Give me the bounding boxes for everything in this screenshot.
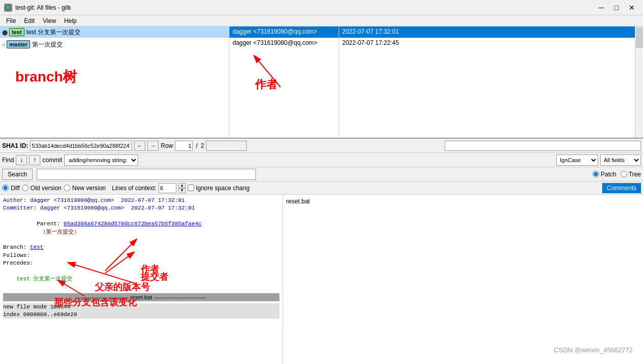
branch-tree-annotation: branch树 (15, 67, 77, 87)
branch-tag-master: master (7, 40, 30, 48)
commit-message-2: 第一次提交 (32, 40, 63, 49)
menu-bar: File Edit View Help (0, 15, 643, 27)
find-down-button[interactable]: ↓ (16, 155, 27, 165)
file-item-reset-bat[interactable]: reset.bat (286, 197, 640, 206)
allfields-select[interactable]: All fields Headline Comments Author (600, 154, 641, 166)
fubanhao-label: 父亲的版本号 (95, 281, 150, 293)
date-cell-1[interactable]: 2022-07-07 17:32:01 (339, 27, 635, 38)
commit-list-section: ⬤ test test 分支第一次提交 ○ master 第一次提交 branc… (0, 27, 643, 139)
menu-edit[interactable]: Edit (20, 16, 39, 25)
row-label: Row (161, 142, 173, 149)
date-column: 2022-07-07 17:32:01 2022-07-07 17:22:45 (339, 27, 635, 138)
find-label: Find (2, 157, 14, 164)
parent-label: （第一次提交） (37, 229, 80, 235)
parent-hash-link[interactable]: 05ad398a674286d570dcc672bea57b5f385afae4… (64, 221, 202, 227)
diff-follows-line: Follows: (3, 252, 279, 259)
search-button[interactable]: Search (2, 169, 33, 180)
menu-file[interactable]: File (2, 16, 20, 25)
diff-branch-line: Branch: test (3, 244, 279, 251)
author-cell-2[interactable]: dagger <731619080@qq.com> (229, 38, 339, 49)
watermark: CSDN @weixin_45662772 (554, 346, 633, 354)
row-current-input[interactable] (175, 141, 193, 151)
spin-down[interactable]: ▼ (178, 188, 186, 193)
diff-committer-line: Committer: dagger <731619080@qq.com> 202… (3, 204, 279, 212)
sha1-input[interactable] (30, 141, 132, 151)
commit-row[interactable]: ⬤ test test 分支第一次提交 (0, 27, 229, 38)
sha1-label: SHA1 ID: (2, 142, 28, 149)
igncase-select[interactable]: IgnCase MatchCase (556, 154, 598, 166)
commit-message-1: test 分支第一次提交 (27, 28, 81, 37)
patch-radio[interactable] (593, 171, 599, 177)
naZhi-label: 那些分支包含该变化 (54, 296, 137, 308)
tree-radio[interactable] (621, 171, 627, 177)
nav-right-input[interactable] (445, 141, 641, 151)
context-spinner[interactable]: ▲ ▼ (178, 183, 186, 193)
old-version-radio-label[interactable]: Old version (22, 185, 62, 192)
search-input[interactable] (37, 169, 256, 180)
new-version-radio[interactable] (64, 185, 70, 191)
minimize-button[interactable]: ─ (594, 1, 608, 15)
date-cell-2[interactable]: 2022-07-07 17:22:45 (339, 38, 635, 49)
window-controls: ─ □ ✕ (594, 1, 639, 15)
context-input[interactable] (159, 183, 176, 193)
diff-options-bar: Diff Old version New version Lines of co… (0, 181, 643, 195)
diff-content: Author: dagger <731619080@qq.com> 2022-0… (0, 195, 282, 321)
patch-radio-label[interactable]: Patch (593, 171, 616, 178)
right-panel: reset.bat (283, 195, 643, 364)
diff-author-line: Author: dagger <731619080@qq.com> 2022-0… (3, 197, 279, 204)
author-label-annotation: 作者 (255, 77, 277, 92)
find-up-button[interactable]: ↑ (29, 155, 40, 165)
comments-tab-area: Comments (602, 185, 641, 192)
context-label: Lines of context: (112, 185, 157, 192)
new-version-radio-label[interactable]: New version (64, 185, 106, 192)
spin-up[interactable]: ▲ (178, 183, 186, 188)
diff-separator: ---------------------------- reset.bat -… (3, 293, 279, 301)
author-cell-1[interactable]: dagger <731619080@qq.com> (229, 27, 339, 38)
author-column: dagger <731619080@qq.com> dagger <731619… (229, 27, 339, 138)
old-version-radio[interactable] (22, 185, 29, 191)
file-list: reset.bat (283, 195, 643, 208)
find-bar: Find ↓ ↑ commit adding/removing string: … (0, 153, 643, 167)
svg-point-0 (6, 5, 11, 10)
diff-panel[interactable]: Author: dagger <731619080@qq.com> 2022-0… (0, 195, 283, 364)
row-total-input (206, 141, 247, 151)
close-button[interactable]: ✕ (625, 1, 639, 15)
branch-tag-test: test (9, 28, 24, 36)
diff-parent-line: Parent: 05ad398a674286d570dcc672bea57b5f… (3, 213, 279, 244)
app-icon (4, 4, 12, 12)
branch-link[interactable]: test (30, 244, 43, 250)
bottom-section: Author: dagger <731619080@qq.com> 2022-0… (0, 195, 643, 364)
prev-commit-button[interactable]: ← (134, 141, 145, 151)
title-bar: test-git: All files - gitk ─ □ ✕ (0, 0, 643, 15)
ignore-space-label[interactable]: Ignore space chang (188, 185, 249, 192)
branch-tree-panel: ⬤ test test 分支第一次提交 ○ master 第一次提交 branc… (0, 27, 229, 138)
window-title: test-git: All files - gitk (15, 4, 71, 11)
commit-filter-select[interactable]: adding/removing string: containing: touc… (64, 154, 138, 166)
diff-radio-label[interactable]: Diff (2, 185, 20, 192)
patch-tree-toggle: Patch Tree (593, 171, 641, 178)
sha1-nav-bar: SHA1 ID: ← → Row / 2 (0, 139, 643, 153)
row-total: 2 (201, 142, 204, 149)
maximize-button[interactable]: □ (609, 1, 624, 15)
ignore-space-checkbox[interactable] (188, 185, 194, 191)
top-section-scrollbar[interactable] (635, 27, 643, 138)
diff-radio[interactable] (2, 185, 9, 191)
commit-filter-label: commit (42, 157, 62, 164)
diff-new-file-mode: new file mode 100644 (3, 303, 279, 311)
commit-row[interactable]: ○ master 第一次提交 (0, 39, 229, 50)
tree-radio-label[interactable]: Tree (621, 171, 641, 178)
comments-tab[interactable]: Comments (602, 183, 641, 193)
menu-help[interactable]: Help (60, 16, 81, 25)
main-container: ⬤ test test 分支第一次提交 ○ master 第一次提交 branc… (0, 27, 643, 364)
next-commit-button[interactable]: → (147, 141, 159, 151)
menu-view[interactable]: View (39, 16, 60, 25)
title-bar-left: test-git: All files - gitk (4, 4, 71, 12)
diff-index: index 0000000..e69de29 (3, 311, 279, 319)
search-bar: Search Patch Tree (0, 167, 643, 181)
